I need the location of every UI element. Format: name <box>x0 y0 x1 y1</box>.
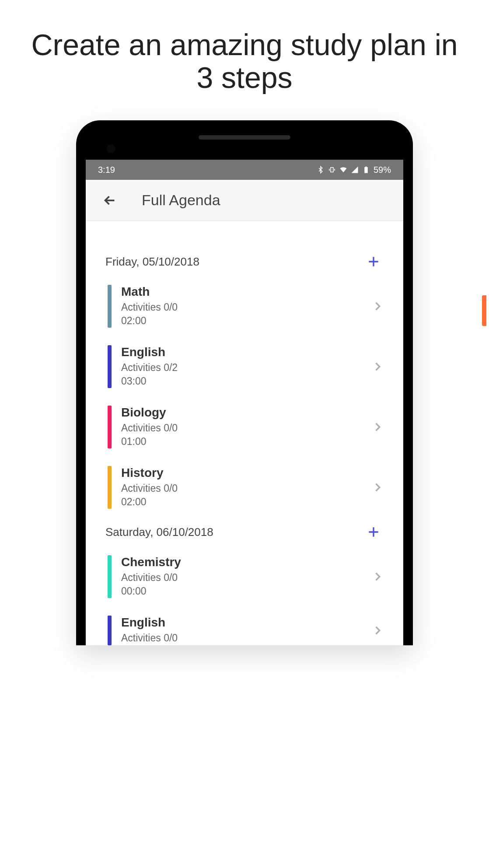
subject-duration: 01:00 <box>121 435 371 448</box>
subject-color-bar <box>108 406 112 448</box>
subject-row-english2[interactable]: English Activities 0/0 <box>86 607 403 645</box>
day-label: Friday, 05/10/2018 <box>105 255 199 269</box>
svg-rect-3 <box>364 167 368 173</box>
subject-duration: 02:00 <box>121 495 371 509</box>
subject-info: English Activities 0/2 03:00 <box>121 345 371 388</box>
day-header: Friday, 05/10/2018 <box>86 247 403 276</box>
subject-color-bar <box>108 555 112 598</box>
bluetooth-icon <box>317 166 325 174</box>
subject-color-bar <box>108 345 112 388</box>
phone-speaker <box>199 135 290 140</box>
arrow-left-icon <box>102 192 118 208</box>
day-header: Saturday, 06/10/2018 <box>86 518 403 546</box>
chevron-right-icon <box>371 570 384 583</box>
wifi-icon <box>339 166 347 174</box>
chevron-right-icon <box>371 300 384 312</box>
subject-row-biology[interactable]: Biology Activities 0/0 01:00 <box>86 397 403 457</box>
subject-info: English Activities 0/0 <box>121 616 371 645</box>
subject-name: Biology <box>121 406 371 420</box>
subject-name: English <box>121 345 371 359</box>
chevron-right-icon <box>371 624 384 637</box>
chevron-right-icon <box>371 421 384 433</box>
phone-camera <box>107 144 115 153</box>
phone-screen: 3:19 59% Full Agenda Friday, 05/10/2018 <box>86 160 403 645</box>
subject-name: History <box>121 466 371 480</box>
plus-icon <box>367 525 381 539</box>
subject-duration: 03:00 <box>121 374 371 388</box>
subject-color-bar <box>108 616 112 645</box>
day-label: Saturday, 06/10/2018 <box>105 525 213 539</box>
subject-name: Chemistry <box>121 555 371 569</box>
subject-color-bar <box>108 466 112 509</box>
subject-row-english[interactable]: English Activities 0/2 03:00 <box>86 336 403 397</box>
status-time: 3:19 <box>98 165 115 175</box>
subject-row-history[interactable]: History Activities 0/0 02:00 <box>86 457 403 518</box>
subject-activities: Activities 0/0 <box>121 301 371 314</box>
subject-color-bar <box>108 285 112 328</box>
subject-activities: Activities 0/0 <box>121 631 371 645</box>
subject-activities: Activities 0/2 <box>121 361 371 374</box>
subject-row-math[interactable]: Math Activities 0/0 02:00 <box>86 276 403 336</box>
subject-info: Chemistry Activities 0/0 00:00 <box>121 555 371 598</box>
vibrate-icon <box>328 166 336 174</box>
subject-activities: Activities 0/0 <box>121 421 371 435</box>
add-button[interactable] <box>363 252 384 272</box>
plus-icon <box>367 255 381 269</box>
subject-duration: 00:00 <box>121 584 371 598</box>
cell-signal-icon <box>351 166 359 174</box>
svg-rect-4 <box>365 167 367 168</box>
back-button[interactable] <box>99 189 121 211</box>
add-button[interactable] <box>363 522 384 542</box>
subject-name: English <box>121 616 371 630</box>
subject-info: Math Activities 0/0 02:00 <box>121 285 371 328</box>
marketing-headline: Create an amazing study plan in 3 steps <box>0 0 489 120</box>
status-bar: 3:19 59% <box>86 160 403 180</box>
page-title: Full Agenda <box>142 192 220 209</box>
side-orange-tab <box>482 295 486 326</box>
battery-percent: 59% <box>374 165 391 175</box>
subject-duration: 02:00 <box>121 314 371 328</box>
subject-activities: Activities 0/0 <box>121 482 371 495</box>
agenda-content: Friday, 05/10/2018 Math Activities 0/0 0… <box>86 221 403 645</box>
phone-frame: 3:19 59% Full Agenda Friday, 05/10/2018 <box>76 120 413 645</box>
subject-row-chemistry[interactable]: Chemistry Activities 0/0 00:00 <box>86 546 403 607</box>
subject-activities: Activities 0/0 <box>121 571 371 584</box>
subject-name: Math <box>121 285 371 299</box>
battery-icon <box>362 166 370 174</box>
app-bar: Full Agenda <box>86 180 403 221</box>
status-icons: 59% <box>317 165 391 175</box>
svg-rect-0 <box>331 168 333 172</box>
chevron-right-icon <box>371 481 384 494</box>
chevron-right-icon <box>371 360 384 373</box>
subject-info: History Activities 0/0 02:00 <box>121 466 371 509</box>
subject-info: Biology Activities 0/0 01:00 <box>121 406 371 448</box>
